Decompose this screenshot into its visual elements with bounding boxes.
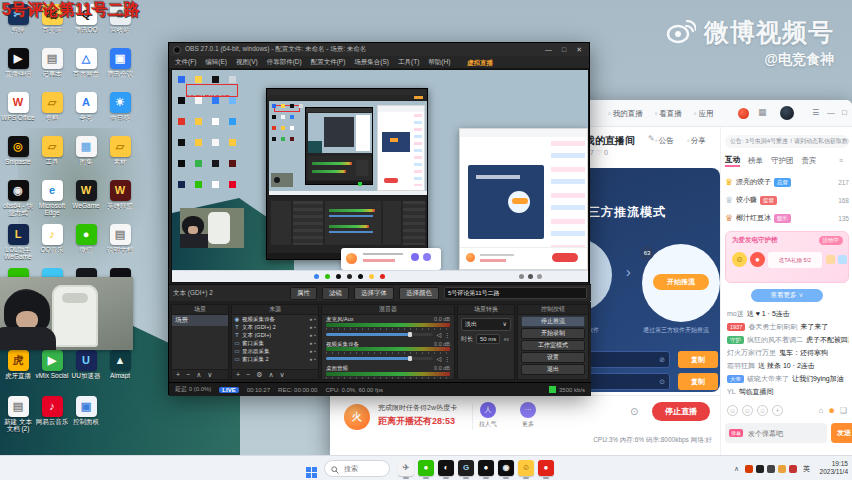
announce-button[interactable]: 公告	[655, 136, 674, 146]
dock-tool-button[interactable]: +	[176, 371, 180, 378]
ranking-row[interactable]: ♛ 饺小赚 提督 168	[725, 191, 849, 209]
source-row[interactable]: ▭ 窗口采集 2 ● ▪	[232, 355, 318, 363]
home-icon[interactable]: ⌂	[819, 406, 824, 415]
more-actions-icon[interactable]: ⋯	[520, 402, 536, 418]
desktop-icon[interactable]: U UU加速器	[69, 350, 103, 394]
menu-icon[interactable]: ☰	[812, 108, 819, 117]
channel-settings-icon[interactable]: ⋮	[444, 331, 450, 338]
minimize-button[interactable]: —	[827, 108, 835, 117]
danmu-input[interactable]	[746, 429, 810, 438]
search-input[interactable]	[342, 464, 382, 473]
danmu-input-field[interactable]: 弹幕	[725, 423, 827, 443]
taskbar-clock[interactable]: 19:15 2023/11/4	[820, 460, 848, 477]
chat-username[interactable]: mo迷	[727, 309, 744, 319]
source-row[interactable]: T 文本 (GDI+) ● ▪	[232, 331, 318, 339]
lock-icon[interactable]: ▪	[314, 332, 316, 338]
chat-tab[interactable]: 榜单	[748, 156, 763, 166]
obs-menu-item[interactable]: 停靠部件(D)	[267, 58, 302, 67]
taskbar-search[interactable]	[324, 460, 390, 477]
taskbar-app-icon[interactable]: ☺	[518, 460, 534, 476]
taskbar-app-icon[interactable]: ◉	[498, 460, 514, 476]
desktop-icon[interactable]: ▲ Aimapt	[103, 350, 137, 394]
apps-grid-icon[interactable]: ▦	[758, 107, 767, 117]
emoji-icon[interactable]: ☺	[727, 405, 738, 416]
emoji-add-icon[interactable]: +	[772, 405, 783, 416]
edit-icon[interactable]: ✎	[648, 134, 655, 143]
lock-icon[interactable]: ▪	[314, 356, 316, 362]
source-row[interactable]: ▭ 窗口采集 ● ▪	[232, 339, 318, 347]
lock-icon[interactable]: ▪	[314, 348, 316, 354]
desktop-icon[interactable]: ▶ vMix Social	[35, 350, 69, 394]
desktop-icon[interactable]: ◎ Snipaste	[1, 136, 35, 180]
visibility-eye-icon[interactable]: ●	[309, 356, 312, 362]
chat-username[interactable]: 春天勇士刷刷刷	[748, 322, 797, 332]
desktop-icon[interactable]: ▶ 直播伴侣	[1, 48, 35, 92]
obs-menu-plugin[interactable]: 虚拟直播	[467, 59, 493, 68]
dock-tool-button[interactable]: ⚙	[256, 371, 262, 378]
speaker-icon[interactable]: ◁	[436, 355, 441, 362]
obs-control-button[interactable]: 工作室模式	[521, 340, 585, 351]
obs-control-button[interactable]: 设置	[521, 352, 585, 363]
desktop-icon[interactable]: ▱ 素材	[103, 136, 137, 180]
desktop-icon[interactable]: 虎 虎牙直播	[1, 350, 35, 394]
studio-nav-item[interactable]: 看直播	[655, 109, 682, 119]
dock-tool-button[interactable]: ∨	[280, 371, 285, 378]
desktop-icon[interactable]: ▤ 新建 文本文档 (2)	[1, 396, 35, 440]
source-row[interactable]: ▭ 显示器采集 ● ▪	[232, 347, 318, 355]
lock-icon[interactable]: ▪	[314, 340, 316, 346]
desktop-icon[interactable]: ▤ 记事本	[35, 48, 69, 92]
chat-username[interactable]: 疯狂的风不着调二	[747, 335, 803, 345]
tray-icon[interactable]	[745, 465, 753, 473]
studio-nav-item[interactable]: 应用	[694, 109, 714, 119]
desktop-icon[interactable]: △ 百度网盘	[69, 48, 103, 92]
tray-chevron-icon[interactable]: ∧	[734, 465, 739, 473]
ranking-row[interactable]: ♛ 椰汁红豆冰 舰长 135	[725, 209, 849, 227]
chat-username[interactable]: YL	[727, 388, 736, 395]
chat-tab[interactable]: 守护团	[771, 156, 794, 166]
ranking-row[interactable]: ♛ 漂亮的饺子 总督 217	[725, 173, 849, 191]
chat-username[interactable]: 破晓大帝来了	[747, 374, 789, 384]
obs-menu-item[interactable]: 编辑(E)	[205, 58, 227, 67]
start-stream-button[interactable]: 开始推流	[653, 274, 709, 290]
eye-off-icon[interactable]: ⊘	[659, 356, 665, 364]
desktop-icon[interactable]: W WeGame	[69, 180, 103, 224]
lock-icon[interactable]: ▪	[314, 316, 316, 322]
transition-duration[interactable]: 50 ms	[476, 334, 500, 344]
desktop-icon[interactable]: L LOL助手 WeGame	[1, 224, 35, 268]
visibility-eye-icon[interactable]: ●	[309, 348, 312, 354]
avatar[interactable]	[780, 106, 794, 120]
desktop-icon[interactable]: ▱ 资料	[35, 92, 69, 136]
desktop-icon[interactable]: ▱ 工具	[35, 136, 69, 180]
desktop-icon[interactable]: ▦ 图集	[69, 136, 103, 180]
desktop-icon[interactable]: A 夸克	[69, 92, 103, 136]
chat-username[interactable]: 霜羽狂舞	[727, 361, 755, 371]
dock-tool-button[interactable]: −	[186, 371, 190, 378]
taskbar-app-icon[interactable]: ✈	[398, 460, 414, 476]
eye-icon[interactable]: ⊙	[659, 378, 665, 386]
stream-settings-gear-icon[interactable]: ⊙	[630, 406, 638, 417]
chat-username[interactable]: 灯火万家行万里	[727, 348, 776, 358]
ime-language-indicator[interactable]: 英	[803, 464, 810, 474]
dock-tool-button[interactable]: ∧	[268, 371, 273, 378]
minimize-button[interactable]: —	[542, 46, 555, 53]
obs-menu-item[interactable]: 文件(F)	[175, 58, 196, 67]
visibility-eye-icon[interactable]: ●	[309, 332, 312, 338]
room-notice[interactable]: 公告: 3号虫洞4号重连！请到动态私信获取数字ID私聊	[725, 135, 849, 148]
desktop-icon[interactable]: ☀ 向日葵	[103, 92, 137, 136]
maximize-button[interactable]: □	[559, 46, 569, 53]
obs-menu-item[interactable]: 帮助(H)	[428, 58, 450, 67]
speaker-icon[interactable]: ◁	[436, 331, 441, 338]
dock-tool-button[interactable]: ∨	[207, 371, 212, 378]
channel-settings-icon[interactable]: ⋮	[444, 355, 450, 362]
dock-tool-button[interactable]: −	[246, 371, 250, 378]
tray-icon[interactable]	[778, 465, 786, 473]
maximize-button[interactable]: □	[842, 108, 847, 117]
desktop-icon[interactable]: W 英雄联盟	[103, 180, 137, 224]
filters-button[interactable]: 滤镜	[322, 287, 349, 300]
desktop-icon[interactable]: ▣ 腾讯会议	[103, 48, 137, 92]
desktop-icon[interactable]: ♪ QQ音乐	[35, 224, 69, 268]
obs-control-button[interactable]: 停止推流	[521, 316, 585, 327]
desktop-icon[interactable]: ♪ 网易云音乐	[35, 396, 69, 440]
taskbar-app-icon[interactable]: ●	[478, 460, 494, 476]
stop-live-button[interactable]: 停止直播	[652, 402, 710, 421]
